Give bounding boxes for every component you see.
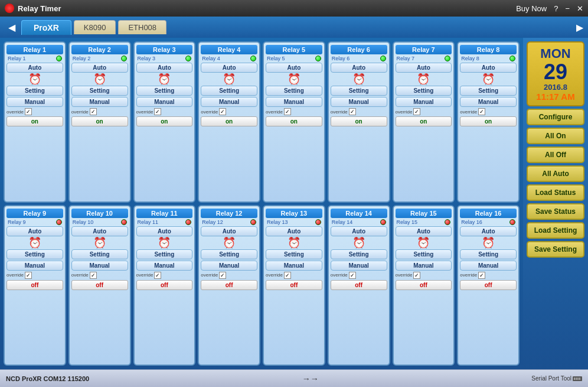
relay-6-auto-button[interactable]: Auto (331, 63, 387, 73)
relay-3-clock-icon[interactable]: ⏰ (158, 74, 171, 84)
relay-2-state-button[interactable]: on (71, 116, 128, 126)
relay-10-clock-icon[interactable]: ⏰ (93, 238, 106, 248)
relay-12-state-button[interactable]: off (201, 280, 257, 290)
relay-5-state-button[interactable]: on (266, 116, 322, 126)
relay-13-manual-button[interactable]: Manual (266, 261, 322, 271)
relay-11-setting-button[interactable]: Setting (136, 249, 193, 259)
relay-16-clock-icon[interactable]: ⏰ (482, 238, 495, 248)
relay-10-override-checkbox[interactable]: ✓ (90, 272, 97, 279)
relay-16-manual-button[interactable]: Manual (460, 261, 517, 271)
relay-6-manual-button[interactable]: Manual (331, 97, 387, 107)
relay-6-clock-icon[interactable]: ⏰ (352, 74, 365, 84)
relay-10-setting-button[interactable]: Setting (71, 249, 128, 259)
relay-3-auto-button[interactable]: Auto (136, 63, 193, 73)
relay-8-clock-icon[interactable]: ⏰ (482, 74, 495, 84)
relay-1-clock-icon[interactable]: ⏰ (28, 74, 41, 84)
relay-8-setting-button[interactable]: Setting (460, 86, 517, 96)
relay-2-clock-icon[interactable]: ⏰ (93, 74, 106, 84)
relay-8-override-checkbox[interactable]: ✓ (478, 108, 485, 115)
relay-15-manual-button[interactable]: Manual (396, 261, 452, 271)
load-status-button[interactable]: Load Status (527, 184, 584, 201)
all-off-button[interactable]: All Off (527, 147, 584, 163)
buy-now-button[interactable]: Buy Now (516, 4, 547, 13)
relay-8-auto-button[interactable]: Auto (460, 63, 517, 73)
relay-11-state-button[interactable]: off (136, 280, 193, 290)
relay-11-override-checkbox[interactable]: ✓ (154, 272, 161, 279)
relay-12-auto-button[interactable]: Auto (201, 226, 257, 236)
relay-1-setting-button[interactable]: Setting (6, 86, 63, 96)
relay-16-override-checkbox[interactable]: ✓ (478, 272, 485, 279)
relay-8-state-button[interactable]: on (460, 116, 517, 126)
relay-5-setting-button[interactable]: Setting (266, 86, 322, 96)
relay-15-auto-button[interactable]: Auto (396, 226, 452, 236)
load-setting-button[interactable]: Load Setting (527, 222, 584, 239)
relay-13-setting-button[interactable]: Setting (266, 249, 322, 259)
tab-eth008[interactable]: ETH008 (118, 20, 166, 34)
all-auto-button[interactable]: All Auto (527, 165, 584, 182)
relay-13-override-checkbox[interactable]: ✓ (284, 272, 291, 279)
save-status-button[interactable]: Save Status (527, 203, 584, 220)
relay-15-setting-button[interactable]: Setting (396, 249, 452, 259)
relay-10-state-button[interactable]: off (71, 280, 128, 290)
relay-9-setting-button[interactable]: Setting (6, 249, 63, 259)
relay-3-override-checkbox[interactable]: ✓ (154, 108, 161, 115)
relay-5-manual-button[interactable]: Manual (266, 97, 322, 107)
relay-1-override-checkbox[interactable]: ✓ (25, 108, 32, 115)
relay-13-state-button[interactable]: off (266, 280, 322, 290)
save-setting-button[interactable]: Save Setting (527, 241, 584, 258)
relay-11-auto-button[interactable]: Auto (136, 226, 193, 236)
relay-5-override-checkbox[interactable]: ✓ (284, 108, 291, 115)
relay-10-manual-button[interactable]: Manual (71, 261, 128, 271)
relay-4-clock-icon[interactable]: ⏰ (223, 74, 236, 84)
relay-7-state-button[interactable]: on (396, 116, 452, 126)
relay-3-manual-button[interactable]: Manual (136, 97, 193, 107)
relay-12-override-checkbox[interactable]: ✓ (219, 272, 226, 279)
relay-2-override-checkbox[interactable]: ✓ (90, 108, 97, 115)
relay-11-clock-icon[interactable]: ⏰ (158, 238, 171, 248)
help-button[interactable]: ? (554, 4, 558, 13)
relay-3-setting-button[interactable]: Setting (136, 86, 193, 96)
relay-6-override-checkbox[interactable]: ✓ (349, 108, 356, 115)
relay-7-setting-button[interactable]: Setting (396, 86, 452, 96)
relay-16-setting-button[interactable]: Setting (460, 249, 517, 259)
relay-14-auto-button[interactable]: Auto (331, 226, 387, 236)
relay-10-auto-button[interactable]: Auto (71, 226, 128, 236)
tab-nav-right[interactable]: ▶ (576, 22, 583, 33)
relay-16-state-button[interactable]: off (460, 280, 517, 290)
relay-14-manual-button[interactable]: Manual (331, 261, 387, 271)
relay-7-manual-button[interactable]: Manual (396, 97, 452, 107)
relay-9-auto-button[interactable]: Auto (6, 226, 63, 236)
relay-7-auto-button[interactable]: Auto (396, 63, 452, 73)
relay-2-setting-button[interactable]: Setting (71, 86, 128, 96)
relay-14-override-checkbox[interactable]: ✓ (349, 272, 356, 279)
relay-2-auto-button[interactable]: Auto (71, 63, 128, 73)
relay-4-state-button[interactable]: on (201, 116, 257, 126)
relay-1-state-button[interactable]: on (6, 116, 63, 126)
relay-2-manual-button[interactable]: Manual (71, 97, 128, 107)
relay-15-override-checkbox[interactable]: ✓ (413, 272, 420, 279)
tab-proxr[interactable]: ProXR (21, 20, 71, 35)
close-button[interactable]: ✕ (577, 4, 583, 13)
relay-14-setting-button[interactable]: Setting (331, 249, 387, 259)
tab-nav-left[interactable]: ◀ (5, 21, 19, 34)
relay-1-auto-button[interactable]: Auto (6, 63, 63, 73)
relay-5-auto-button[interactable]: Auto (266, 63, 322, 73)
relay-11-manual-button[interactable]: Manual (136, 261, 193, 271)
relay-6-state-button[interactable]: on (331, 116, 387, 126)
relay-15-state-button[interactable]: off (396, 280, 452, 290)
relay-12-clock-icon[interactable]: ⏰ (223, 238, 236, 248)
relay-13-auto-button[interactable]: Auto (266, 226, 322, 236)
relay-16-auto-button[interactable]: Auto (460, 226, 517, 236)
relay-7-override-checkbox[interactable]: ✓ (413, 108, 420, 115)
relay-3-state-button[interactable]: on (136, 116, 193, 126)
relay-9-manual-button[interactable]: Manual (6, 261, 63, 271)
relay-7-clock-icon[interactable]: ⏰ (417, 74, 430, 84)
all-on-button[interactable]: All On (527, 128, 584, 144)
tab-k8090[interactable]: K8090 (74, 20, 116, 34)
relay-4-manual-button[interactable]: Manual (201, 97, 257, 107)
minimize-button[interactable]: − (565, 4, 570, 13)
relay-4-override-checkbox[interactable]: ✓ (219, 108, 226, 115)
relay-8-manual-button[interactable]: Manual (460, 97, 517, 107)
relay-14-state-button[interactable]: off (331, 280, 387, 290)
configure-button[interactable]: Configure (527, 109, 584, 125)
